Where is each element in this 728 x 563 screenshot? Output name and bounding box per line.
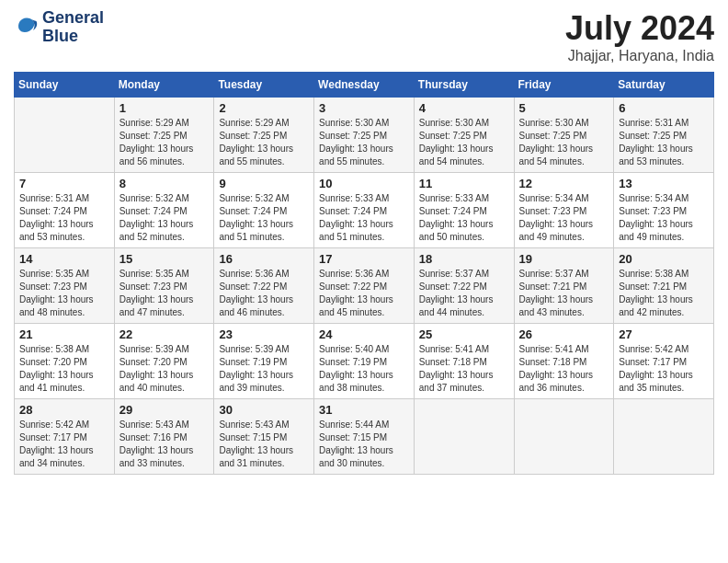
day-info: Sunrise: 5:32 AMSunset: 7:24 PMDaylight:… [119,192,210,244]
day-info: Sunrise: 5:43 AMSunset: 7:15 PMDaylight:… [219,419,309,470]
day-info: Sunrise: 5:39 AMSunset: 7:19 PMDaylight:… [219,343,309,395]
calendar-cell: 26Sunrise: 5:41 AMSunset: 7:18 PMDayligh… [514,324,614,399]
column-header-saturday: Saturday [614,73,714,98]
calendar-cell: 31Sunrise: 5:44 AMSunset: 7:15 PMDayligh… [314,399,415,475]
day-number: 29 [119,403,210,417]
day-number: 30 [219,403,309,417]
day-number: 2 [219,101,309,115]
month-title: July 2024 [565,9,714,48]
day-number: 10 [319,177,409,190]
calendar-cell: 30Sunrise: 5:43 AMSunset: 7:15 PMDayligh… [214,399,314,475]
calendar-cell: 10Sunrise: 5:33 AMSunset: 7:24 PMDayligh… [314,173,415,248]
day-number: 16 [219,252,309,266]
day-info: Sunrise: 5:33 AMSunset: 7:24 PMDaylight:… [419,192,509,244]
day-number: 23 [219,327,309,341]
calendar-cell [15,98,115,173]
day-number: 19 [519,252,609,266]
week-row-2: 7Sunrise: 5:31 AMSunset: 7:24 PMDaylight… [15,173,714,248]
calendar-cell: 19Sunrise: 5:37 AMSunset: 7:21 PMDayligh… [514,248,614,324]
calendar-cell: 29Sunrise: 5:43 AMSunset: 7:16 PMDayligh… [114,399,214,475]
day-info: Sunrise: 5:38 AMSunset: 7:20 PMDaylight:… [19,343,109,395]
day-info: Sunrise: 5:37 AMSunset: 7:22 PMDaylight:… [419,268,509,319]
day-number: 20 [619,252,709,266]
title-section: July 2024 Jhajjar, Haryana, India [565,9,714,64]
day-number: 7 [19,177,109,190]
calendar-cell: 20Sunrise: 5:38 AMSunset: 7:21 PMDayligh… [614,248,714,324]
calendar-cell: 12Sunrise: 5:34 AMSunset: 7:23 PMDayligh… [514,173,614,248]
calendar-cell: 28Sunrise: 5:42 AMSunset: 7:17 PMDayligh… [15,399,115,475]
day-info: Sunrise: 5:29 AMSunset: 7:25 PMDaylight:… [219,117,309,168]
calendar-cell: 9Sunrise: 5:32 AMSunset: 7:24 PMDaylight… [214,173,314,248]
calendar-cell: 5Sunrise: 5:30 AMSunset: 7:25 PMDaylight… [514,98,614,173]
day-number: 11 [419,177,509,190]
page-header: General Blue July 2024 Jhajjar, Haryana,… [14,9,714,64]
day-number: 24 [319,327,409,341]
day-number: 9 [219,177,309,190]
day-number: 22 [119,327,210,341]
calendar-cell: 16Sunrise: 5:36 AMSunset: 7:22 PMDayligh… [214,248,314,324]
day-info: Sunrise: 5:41 AMSunset: 7:18 PMDaylight:… [419,343,509,395]
calendar-cell: 6Sunrise: 5:31 AMSunset: 7:25 PMDaylight… [614,98,714,173]
day-number: 12 [519,177,609,190]
day-info: Sunrise: 5:31 AMSunset: 7:25 PMDaylight:… [619,117,709,168]
day-number: 27 [619,327,709,341]
calendar-table: SundayMondayTuesdayWednesdayThursdayFrid… [14,72,714,475]
column-header-wednesday: Wednesday [314,73,415,98]
day-info: Sunrise: 5:42 AMSunset: 7:17 PMDaylight:… [19,419,109,470]
day-info: Sunrise: 5:30 AMSunset: 7:25 PMDaylight:… [419,117,509,168]
calendar-cell: 11Sunrise: 5:33 AMSunset: 7:24 PMDayligh… [414,173,514,248]
logo-icon [14,15,40,40]
day-number: 1 [119,101,210,115]
logo: General Blue [14,9,104,46]
day-info: Sunrise: 5:33 AMSunset: 7:24 PMDaylight:… [319,192,409,244]
location-title: Jhajjar, Haryana, India [565,48,714,64]
day-info: Sunrise: 5:34 AMSunset: 7:23 PMDaylight:… [519,192,609,244]
calendar-cell: 23Sunrise: 5:39 AMSunset: 7:19 PMDayligh… [214,324,314,399]
week-row-4: 21Sunrise: 5:38 AMSunset: 7:20 PMDayligh… [15,324,714,399]
day-info: Sunrise: 5:42 AMSunset: 7:17 PMDaylight:… [619,343,709,395]
day-info: Sunrise: 5:30 AMSunset: 7:25 PMDaylight:… [519,117,609,168]
calendar-header-row: SundayMondayTuesdayWednesdayThursdayFrid… [15,73,714,98]
calendar-cell: 4Sunrise: 5:30 AMSunset: 7:25 PMDaylight… [414,98,514,173]
day-info: Sunrise: 5:40 AMSunset: 7:19 PMDaylight:… [319,343,409,395]
day-info: Sunrise: 5:38 AMSunset: 7:21 PMDaylight:… [619,268,709,319]
day-info: Sunrise: 5:35 AMSunset: 7:23 PMDaylight:… [19,268,109,319]
calendar-cell: 7Sunrise: 5:31 AMSunset: 7:24 PMDaylight… [15,173,115,248]
day-info: Sunrise: 5:31 AMSunset: 7:24 PMDaylight:… [19,192,109,244]
calendar-cell: 1Sunrise: 5:29 AMSunset: 7:25 PMDaylight… [114,98,214,173]
calendar-cell: 22Sunrise: 5:39 AMSunset: 7:20 PMDayligh… [114,324,214,399]
day-number: 8 [119,177,210,190]
calendar-cell: 24Sunrise: 5:40 AMSunset: 7:19 PMDayligh… [314,324,415,399]
day-number: 31 [319,403,409,417]
calendar-cell: 3Sunrise: 5:30 AMSunset: 7:25 PMDaylight… [314,98,415,173]
day-info: Sunrise: 5:30 AMSunset: 7:25 PMDaylight:… [319,117,409,168]
calendar-cell: 13Sunrise: 5:34 AMSunset: 7:23 PMDayligh… [614,173,714,248]
day-info: Sunrise: 5:44 AMSunset: 7:15 PMDaylight:… [319,419,409,470]
column-header-thursday: Thursday [414,73,514,98]
day-number: 5 [519,101,609,115]
day-info: Sunrise: 5:36 AMSunset: 7:22 PMDaylight:… [219,268,309,319]
day-number: 4 [419,101,509,115]
day-info: Sunrise: 5:39 AMSunset: 7:20 PMDaylight:… [119,343,210,395]
week-row-5: 28Sunrise: 5:42 AMSunset: 7:17 PMDayligh… [15,399,714,475]
day-number: 13 [619,177,709,190]
day-info: Sunrise: 5:29 AMSunset: 7:25 PMDaylight:… [119,117,210,168]
calendar-cell [414,399,514,475]
column-header-tuesday: Tuesday [214,73,314,98]
column-header-monday: Monday [114,73,214,98]
column-header-sunday: Sunday [15,73,115,98]
day-number: 15 [119,252,210,266]
day-info: Sunrise: 5:36 AMSunset: 7:22 PMDaylight:… [319,268,409,319]
day-info: Sunrise: 5:41 AMSunset: 7:18 PMDaylight:… [519,343,609,395]
calendar-cell: 17Sunrise: 5:36 AMSunset: 7:22 PMDayligh… [314,248,415,324]
day-info: Sunrise: 5:37 AMSunset: 7:21 PMDaylight:… [519,268,609,319]
day-info: Sunrise: 5:34 AMSunset: 7:23 PMDaylight:… [619,192,709,244]
calendar-cell [514,399,614,475]
calendar-cell: 8Sunrise: 5:32 AMSunset: 7:24 PMDaylight… [114,173,214,248]
calendar-cell: 27Sunrise: 5:42 AMSunset: 7:17 PMDayligh… [614,324,714,399]
day-number: 26 [519,327,609,341]
day-info: Sunrise: 5:43 AMSunset: 7:16 PMDaylight:… [119,419,210,470]
column-header-friday: Friday [514,73,614,98]
day-number: 6 [619,101,709,115]
calendar-cell: 14Sunrise: 5:35 AMSunset: 7:23 PMDayligh… [15,248,115,324]
